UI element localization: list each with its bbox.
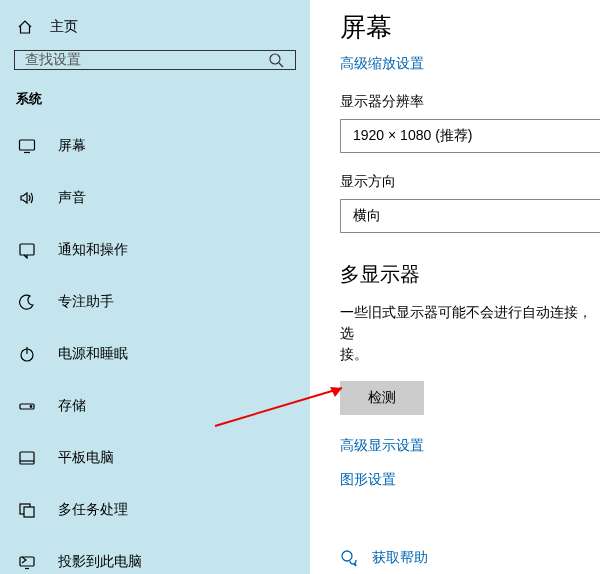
settings-sidebar: 主页 查找设置 系统 屏幕 声音 通知和操作 专注助手 [0,0,310,574]
project-icon [18,553,36,571]
page-title: 屏幕 [340,10,600,45]
group-header: 系统 [14,90,296,120]
multi-display-text: 一些旧式显示器可能不会进行自动连接，选 接。 [340,302,600,365]
sidebar-item-display[interactable]: 屏幕 [14,120,296,172]
help-icon [340,549,358,567]
sidebar-item-notifications[interactable]: 通知和操作 [14,224,296,276]
nav-list: 屏幕 声音 通知和操作 专注助手 电源和睡眠 存储 [14,120,296,574]
svg-line-1 [279,63,283,67]
sidebar-item-power[interactable]: 电源和睡眠 [14,328,296,380]
svg-point-8 [30,406,32,408]
sidebar-item-label: 存储 [58,397,86,415]
resolution-label: 显示器分辨率 [340,93,600,111]
speaker-icon [18,189,36,207]
help-label: 获取帮助 [372,549,428,567]
home-icon [16,18,34,36]
orientation-dropdown[interactable]: 横向 [340,199,600,233]
multitask-icon [18,501,36,519]
sidebar-item-label: 电源和睡眠 [58,345,128,363]
sidebar-item-label: 通知和操作 [58,241,128,259]
sidebar-item-project[interactable]: 投影到此电脑 [14,536,296,574]
multi-display-header: 多显示器 [340,261,600,288]
power-icon [18,345,36,363]
svg-rect-2 [20,140,35,150]
sidebar-item-tablet[interactable]: 平板电脑 [14,432,296,484]
sidebar-item-label: 平板电脑 [58,449,114,467]
svg-rect-4 [20,244,34,255]
orientation-label: 显示方向 [340,173,600,191]
sidebar-item-focus[interactable]: 专注助手 [14,276,296,328]
home-nav[interactable]: 主页 [14,14,296,50]
svg-rect-9 [20,452,34,464]
sidebar-item-label: 投影到此电脑 [58,553,142,571]
moon-icon [18,293,36,311]
sidebar-item-label: 多任务处理 [58,501,128,519]
advanced-display-link[interactable]: 高级显示设置 [340,437,424,455]
advanced-scaling-link[interactable]: 高级缩放设置 [340,55,424,73]
search-input[interactable]: 查找设置 [14,50,296,70]
monitor-icon [18,137,36,155]
resolution-value: 1920 × 1080 (推荐) [353,127,472,145]
main-content: 屏幕 高级缩放设置 显示器分辨率 1920 × 1080 (推荐) 显示方向 横… [310,0,600,574]
home-label: 主页 [50,18,78,36]
search-placeholder: 查找设置 [25,51,81,69]
tablet-icon [18,449,36,467]
sidebar-item-storage[interactable]: 存储 [14,380,296,432]
graphics-settings-link[interactable]: 图形设置 [340,471,396,489]
detect-button[interactable]: 检测 [340,381,424,415]
notification-icon [18,241,36,259]
sidebar-item-sound[interactable]: 声音 [14,172,296,224]
sidebar-item-multitask[interactable]: 多任务处理 [14,484,296,536]
resolution-dropdown[interactable]: 1920 × 1080 (推荐) [340,119,600,153]
svg-point-15 [342,551,352,561]
sidebar-item-label: 声音 [58,189,86,207]
svg-rect-12 [24,507,34,517]
search-icon [267,51,285,69]
storage-icon [18,397,36,415]
svg-point-0 [270,54,280,64]
orientation-value: 横向 [353,207,381,225]
sidebar-item-label: 屏幕 [58,137,86,155]
sidebar-item-label: 专注助手 [58,293,114,311]
get-help-link[interactable]: 获取帮助 [340,549,600,567]
svg-rect-13 [20,557,34,566]
